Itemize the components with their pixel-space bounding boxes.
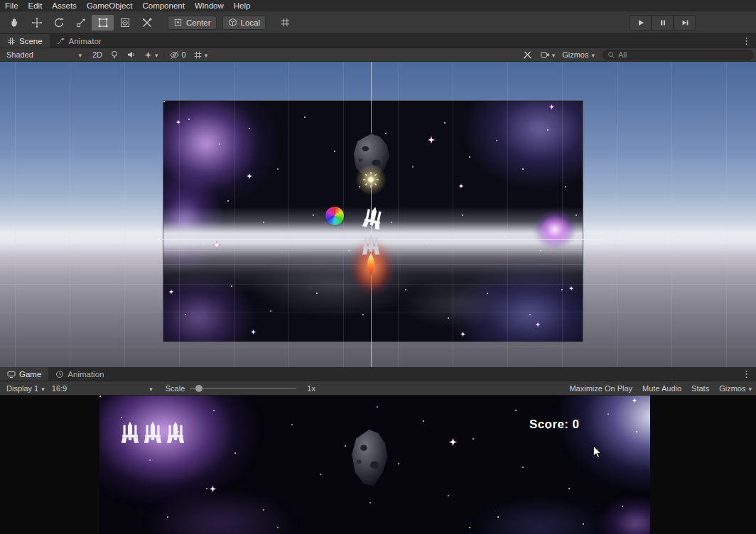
eye-slash-icon: [169, 50, 180, 60]
game-gizmos-label: Gizmos: [719, 384, 745, 393]
display-dropdown[interactable]: Display 1: [3, 381, 48, 395]
draw-mode-dropdown[interactable]: Shaded: [3, 48, 85, 61]
pause-button[interactable]: [652, 15, 674, 31]
scene-panel-more-options[interactable]: ⋮: [737, 36, 756, 46]
component-tools-button[interactable]: [519, 48, 536, 61]
tab-animator-label: Animator: [69, 37, 102, 45]
galaxy: [597, 495, 650, 534]
scale-slider[interactable]: [190, 388, 296, 389]
menu-assets[interactable]: Assets: [47, 0, 82, 11]
tab-game[interactable]: Game: [0, 367, 48, 381]
dropdown-arrow-icon: [155, 50, 158, 59]
play-button[interactable]: [630, 15, 652, 31]
pivot-mode-button[interactable]: Center: [168, 16, 217, 30]
display-label: Display 1: [6, 384, 38, 393]
stats-button[interactable]: Stats: [691, 384, 709, 393]
step-button[interactable]: [674, 15, 696, 31]
tab-animation[interactable]: Animation: [48, 367, 111, 381]
rocket-flame: [364, 251, 377, 279]
game-viewport[interactable]: Score: 0: [99, 396, 650, 534]
move-tool-icon: [31, 17, 43, 28]
custom-tool-icon: [141, 17, 153, 28]
scene-grid-line: [0, 312, 756, 312]
rect-tool-icon: [97, 17, 109, 28]
menu-gameobject[interactable]: GameObject: [82, 0, 138, 11]
scene-view-toolbar: Shaded 2D: [0, 48, 756, 62]
scene-search-field[interactable]: [603, 50, 753, 60]
rotate-tool-icon: [53, 17, 65, 28]
aspect-ratio-dropdown[interactable]: 16:9: [48, 381, 156, 395]
play-controls: [630, 15, 696, 31]
life-ship-icon: [144, 420, 162, 445]
scene-grid-dropdown[interactable]: [190, 48, 212, 61]
scene-audio-button[interactable]: [123, 48, 140, 61]
life-ship-icon: [121, 420, 139, 445]
audio-icon: [126, 50, 136, 60]
scale-tool-button[interactable]: [70, 15, 92, 31]
transform-tools-group: [4, 15, 158, 31]
local-space-icon: [228, 18, 237, 27]
hidden-objects-count: 0: [182, 50, 186, 59]
transform-tool-button[interactable]: [114, 15, 136, 31]
dropdown-arrow-icon: [552, 50, 556, 59]
tab-game-label: Game: [19, 370, 41, 378]
2d-mode-button[interactable]: 2D: [89, 48, 106, 61]
hidden-objects-toggle[interactable]: 0: [166, 48, 190, 61]
game-tab-icon: [7, 370, 16, 378]
rotate-tool-button[interactable]: [48, 15, 70, 31]
scale-tool-icon: [75, 17, 87, 28]
scene-effects-dropdown[interactable]: [140, 48, 162, 61]
draw-mode-label: Shaded: [6, 50, 33, 59]
star-sparkle: [448, 437, 458, 447]
menu-component[interactable]: Component: [137, 0, 189, 11]
separator: [163, 51, 164, 59]
dropdown-arrow-icon: [205, 50, 208, 59]
scene-grid-line: [0, 346, 756, 347]
handle-space-button[interactable]: Local: [222, 16, 266, 30]
pause-icon: [659, 18, 667, 27]
scene-search-input[interactable]: [618, 50, 732, 59]
game-view-area: Score: 0: [0, 396, 756, 534]
tab-animator[interactable]: Animator: [50, 34, 109, 48]
dropdown-arrow-icon: [748, 384, 752, 393]
game-tab-bar: Game Animation ⋮: [0, 367, 756, 381]
step-icon: [681, 18, 689, 27]
asteroid-object: [350, 427, 390, 490]
maximize-on-play-button[interactable]: Maximize On Play: [569, 384, 632, 393]
scene-lighting-button[interactable]: [106, 48, 123, 61]
grid-snapping-button[interactable]: [274, 15, 296, 31]
rect-tool-button[interactable]: [92, 15, 114, 31]
scene-gizmos-dropdown[interactable]: Gizmos: [558, 48, 598, 61]
mute-audio-button[interactable]: Mute Audio: [642, 384, 681, 393]
scene-viewport[interactable]: [0, 62, 756, 367]
tab-scene[interactable]: Scene: [0, 34, 50, 48]
scene-camera-dropdown[interactable]: [536, 48, 559, 61]
grid-icon: [193, 50, 202, 60]
aspect-ratio-label: 16:9: [52, 384, 67, 393]
dropdown-arrow-icon: [41, 384, 45, 393]
hand-tool-button[interactable]: [4, 15, 26, 31]
move-tool-button[interactable]: [26, 15, 48, 31]
handle-space-label: Local: [241, 18, 261, 27]
grid-snap-icon: [280, 17, 291, 28]
menu-help[interactable]: Help: [229, 0, 256, 11]
game-panel-more-options[interactable]: ⋮: [737, 369, 756, 379]
game-view-toolbar: Display 1 16:9 Scale 1x Maximize On Play…: [0, 381, 756, 396]
scene-tab-icon: [7, 37, 16, 45]
menu-bar: File Edit Assets GameObject Component Wi…: [0, 0, 756, 11]
transform-tool-icon: [119, 17, 131, 28]
directional-light-gizmo[interactable]: [362, 170, 380, 189]
dropdown-arrow-icon: [149, 384, 153, 393]
menu-file[interactable]: File: [0, 0, 23, 11]
custom-tool-button[interactable]: [136, 15, 158, 31]
tab-animation-label: Animation: [68, 370, 104, 378]
game-gizmos-dropdown[interactable]: Gizmos: [719, 384, 752, 393]
scale-slider-knob[interactable]: [195, 385, 202, 392]
main-toolbar: Center Local: [0, 11, 756, 34]
scale-value: 1x: [302, 384, 320, 393]
animator-tab-icon: [57, 37, 65, 45]
menu-edit[interactable]: Edit: [23, 0, 48, 11]
menu-window[interactable]: Window: [190, 0, 229, 11]
scene-gizmos-label: Gizmos: [562, 50, 588, 59]
color-wheel-gizmo[interactable]: [325, 207, 344, 225]
